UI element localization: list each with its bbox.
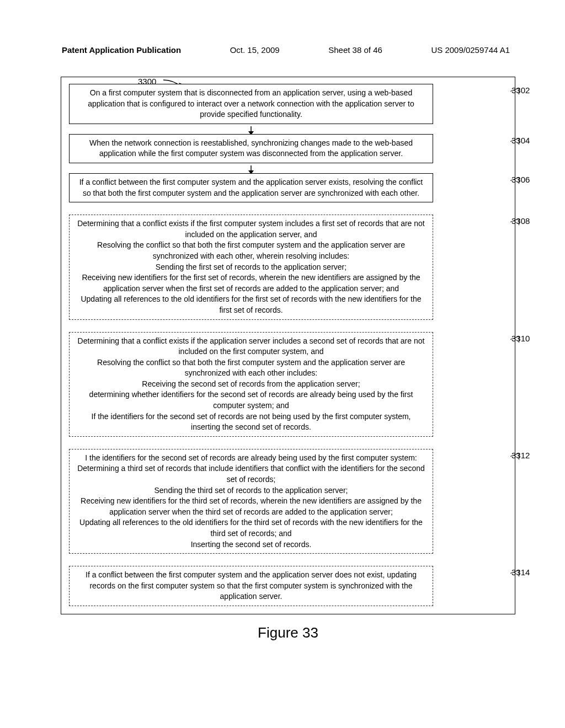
reference-number: 3308: [511, 216, 545, 226]
flowchart-step: On a first computer system that is disco…: [69, 84, 507, 124]
step-text-line: Receiving new identifiers for the third …: [81, 496, 422, 516]
step-text-line: On a first computer system that is disco…: [88, 88, 414, 119]
step-text-line: Sending the first set of records to the …: [156, 263, 347, 271]
sheet-number: Sheet 38 of 46: [328, 45, 382, 55]
step-text-line: Determining that a conflict exists if th…: [78, 336, 425, 356]
reference-number: 3302: [511, 85, 545, 95]
step-text-line: Updating all references to the old ident…: [81, 295, 421, 314]
step-text-line: Inserting the second set of records.: [191, 540, 312, 549]
step-text-line: Updating all references to the old ident…: [79, 518, 423, 538]
flowchart-step: Determining that a conflict exists if th…: [69, 332, 507, 437]
step-box: On a first computer system that is disco…: [69, 84, 433, 124]
step-text-line: If a conflict between the first computer…: [86, 570, 417, 601]
step-text-line: I the identifiers for the second set of …: [85, 453, 417, 462]
reference-number: 3314: [511, 568, 545, 577]
publication-label: Patent Application Publication: [62, 45, 181, 55]
flowchart-step: Determining that a conflict exists if th…: [69, 215, 507, 319]
reference-number: 3306: [511, 175, 545, 184]
step-text-line: Determining a third set of records that …: [77, 464, 425, 484]
step-text-line: Determining that a conflict exists if th…: [77, 219, 424, 239]
reference-number: 3310: [511, 334, 545, 343]
step-text-line: Sending the third set of records to the …: [154, 486, 348, 495]
step-text-line: Resolving the conflict so that both the …: [97, 240, 405, 260]
figure-caption: Figure 33: [61, 624, 515, 641]
step-box: I the identifiers for the second set of …: [69, 449, 433, 554]
step-text-line: determining whether identifiers for the …: [89, 390, 413, 410]
reference-number: 3312: [511, 451, 545, 460]
step-text-line: Resolving the conflict so that both the …: [97, 358, 405, 378]
step-text-line: If the identifiers for the second set of…: [92, 412, 411, 432]
reference-number: 3304: [511, 136, 545, 145]
step-text-line: When the network connection is reestabli…: [89, 138, 413, 158]
step-box: When the network connection is reestabli…: [69, 134, 433, 163]
step-box: Determining that a conflict exists if th…: [69, 215, 433, 319]
flowchart-step: When the network connection is reestabli…: [69, 134, 507, 163]
flowchart-step: If a conflict between the first computer…: [69, 566, 507, 606]
step-text-line: If a conflict between the first computer…: [79, 178, 423, 197]
publication-date: Oct. 15, 2009: [230, 45, 280, 55]
flowchart-container: On a first computer system that is disco…: [61, 77, 515, 614]
flowchart-step: I the identifiers for the second set of …: [69, 449, 507, 554]
step-text-line: Receiving the second set of records from…: [142, 379, 360, 388]
figure-area: 3300 On a first computer system that is …: [61, 77, 515, 641]
page-header: Patent Application Publication Oct. 15, …: [0, 0, 565, 55]
step-box: Determining that a conflict exists if th…: [69, 332, 433, 437]
publication-number: US 2009/0259744 A1: [431, 45, 510, 55]
flowchart-step: If a conflict between the first computer…: [69, 173, 507, 202]
step-text-line: Receiving new identifiers for the first …: [82, 273, 420, 293]
step-box: If a conflict between the first computer…: [69, 173, 433, 202]
step-box: If a conflict between the first computer…: [69, 566, 433, 606]
